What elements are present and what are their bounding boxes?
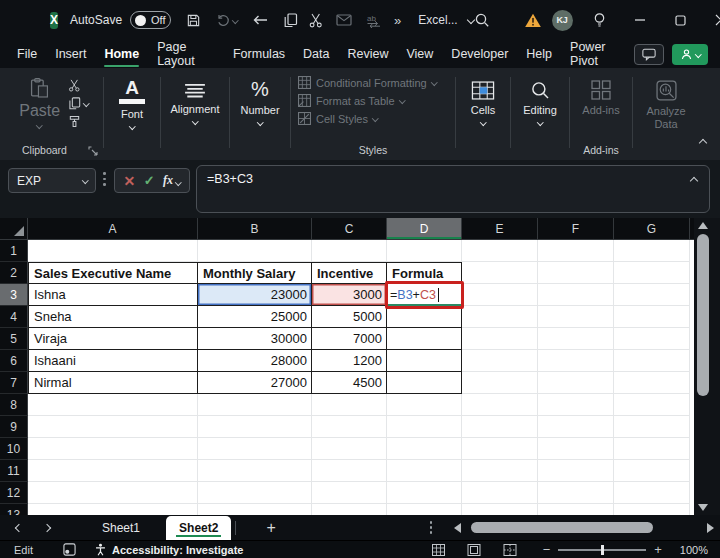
maximize-button[interactable] <box>675 15 686 26</box>
format-as-table-button[interactable]: Format as Table <box>298 94 404 107</box>
cell[interactable] <box>312 504 387 515</box>
scroll-right-arrow-icon[interactable] <box>707 523 714 533</box>
cell[interactable] <box>614 240 690 262</box>
minimize-button[interactable] <box>634 14 646 26</box>
cell[interactable] <box>387 416 462 438</box>
zoom-in-button[interactable]: + <box>654 543 662 556</box>
cell-a4[interactable]: Sneha <box>28 306 198 328</box>
row-header-13[interactable]: 13 <box>0 504 28 515</box>
row-header-5[interactable]: 5 <box>0 328 28 350</box>
add-sheet-button[interactable]: + <box>266 520 275 536</box>
cell[interactable] <box>462 394 538 416</box>
column-header-c[interactable]: C <box>312 218 387 240</box>
row-header-10[interactable]: 10 <box>0 438 28 460</box>
zoom-out-button[interactable]: − <box>543 543 551 556</box>
page-layout-view-icon[interactable] <box>467 544 481 556</box>
cell[interactable] <box>198 438 312 460</box>
tab-file[interactable]: File <box>8 40 46 68</box>
zoom-slider[interactable] <box>558 549 646 551</box>
lightbulb-icon[interactable] <box>592 12 607 28</box>
column-header-e[interactable]: E <box>462 218 538 240</box>
cell-c4[interactable]: 5000 <box>312 306 387 328</box>
cell[interactable] <box>538 460 614 482</box>
cell[interactable] <box>387 504 462 515</box>
cell[interactable] <box>614 416 690 438</box>
zoom-slider-thumb[interactable] <box>601 545 604 555</box>
save-icon[interactable] <box>186 13 201 28</box>
cell[interactable] <box>538 328 614 350</box>
cell-b5[interactable]: 30000 <box>198 328 312 350</box>
cell[interactable] <box>538 240 614 262</box>
cell[interactable] <box>387 240 462 262</box>
cell[interactable] <box>387 460 462 482</box>
paste-button[interactable]: Paste <box>19 77 60 128</box>
column-header-b[interactable]: B <box>198 218 312 240</box>
cell[interactable] <box>538 416 614 438</box>
cell[interactable] <box>538 394 614 416</box>
cell[interactable] <box>614 482 690 504</box>
cell[interactable] <box>387 394 462 416</box>
cell[interactable] <box>614 504 690 515</box>
cell[interactable] <box>198 416 312 438</box>
excel-logo-icon[interactable]: X <box>50 12 58 29</box>
cell[interactable] <box>462 460 538 482</box>
tab-home[interactable]: Home <box>95 40 148 68</box>
close-button[interactable] <box>715 14 720 26</box>
tab-formulas[interactable]: Formulas <box>224 40 294 68</box>
cell-b3-referenced[interactable]: 23000 <box>198 284 312 306</box>
tab-bar-options-grip[interactable] <box>430 521 433 534</box>
collapse-formula-bar-icon[interactable] <box>690 177 698 185</box>
share-button[interactable] <box>672 44 708 65</box>
cell[interactable] <box>462 284 538 306</box>
addins-button[interactable]: Add-ins <box>582 78 619 116</box>
prev-sheet-arrow-icon[interactable] <box>15 523 23 531</box>
cell[interactable] <box>538 284 614 306</box>
cell-d5[interactable] <box>387 328 462 350</box>
cell[interactable] <box>462 372 538 394</box>
cell[interactable] <box>614 306 690 328</box>
cell[interactable] <box>462 504 538 515</box>
cell[interactable] <box>462 482 538 504</box>
column-header-d[interactable]: D <box>387 218 462 240</box>
row-header-4[interactable]: 4 <box>0 306 28 328</box>
cell[interactable] <box>462 350 538 372</box>
cell[interactable] <box>28 438 198 460</box>
cell[interactable] <box>387 482 462 504</box>
cell[interactable] <box>462 306 538 328</box>
dialog-launcher-icon[interactable] <box>88 146 98 156</box>
search-icon[interactable] <box>474 12 490 28</box>
more-commands-button[interactable]: » <box>394 13 402 28</box>
cell[interactable] <box>614 372 690 394</box>
cell[interactable] <box>312 482 387 504</box>
cell-d3-editing[interactable]: =B3+C3 <box>387 284 462 306</box>
cell[interactable] <box>198 460 312 482</box>
horizontal-scrollbar[interactable] <box>454 522 716 533</box>
warning-icon[interactable] <box>524 13 542 28</box>
confirm-entry-button[interactable]: ✓ <box>144 174 155 187</box>
cell[interactable] <box>312 240 387 262</box>
cell-a3[interactable]: Ishna <box>28 284 198 306</box>
cell[interactable] <box>28 240 198 262</box>
vertical-scrollbar-thumb[interactable] <box>697 234 709 396</box>
cell[interactable] <box>538 504 614 515</box>
format-painter-icon[interactable] <box>68 115 89 128</box>
scroll-left-arrow-icon[interactable] <box>454 523 461 533</box>
cell-d7[interactable] <box>387 372 462 394</box>
cell[interactable] <box>387 438 462 460</box>
editing-button[interactable]: Editing <box>523 78 557 125</box>
cell[interactable] <box>28 394 198 416</box>
cell[interactable] <box>312 460 387 482</box>
tab-view[interactable]: View <box>397 40 442 68</box>
cell[interactable] <box>614 262 690 284</box>
cell[interactable] <box>462 438 538 460</box>
column-header-g[interactable]: G <box>614 218 690 240</box>
cut-icon[interactable] <box>68 79 89 92</box>
cells-button[interactable]: Cells <box>471 78 495 125</box>
cell[interactable] <box>462 262 538 284</box>
name-box[interactable]: EXP <box>8 168 96 193</box>
cell-c6[interactable]: 1200 <box>312 350 387 372</box>
cell-a5[interactable]: Viraja <box>28 328 198 350</box>
cell-a7[interactable]: Nirmal <box>28 372 198 394</box>
horizontal-scrollbar-thumb[interactable] <box>471 522 653 533</box>
normal-view-icon[interactable] <box>432 544 445 556</box>
